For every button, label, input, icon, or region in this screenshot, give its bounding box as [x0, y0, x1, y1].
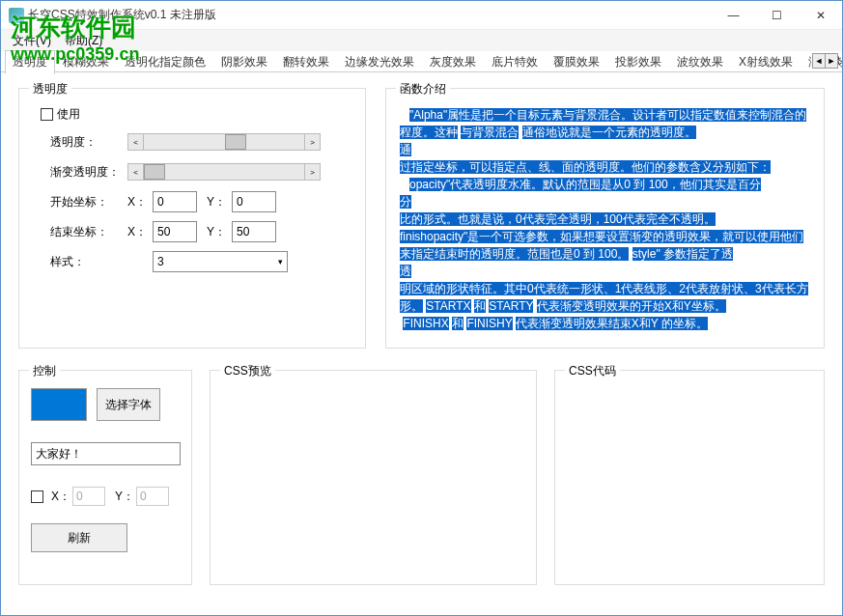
gradient-left-icon[interactable]: < — [127, 163, 144, 181]
minimize-button[interactable]: — — [712, 1, 755, 30]
tab-nav-right[interactable]: ► — [825, 53, 838, 69]
preview-area — [224, 388, 522, 571]
tab-invert[interactable]: 底片特效 — [484, 50, 546, 74]
color-swatch[interactable] — [31, 388, 87, 421]
chevron-down-icon: ▾ — [278, 257, 283, 266]
bottom-row: 控制 选择字体 大家好！ X： 0 Y： 0 刷新 CSS预览 CSS代码 — [18, 370, 825, 585]
style-combo[interactable]: 3 ▾ — [153, 251, 288, 272]
window-title: 长空CSS特效制作系统v0.1 未注册版 — [28, 7, 216, 23]
tab-dropshadow[interactable]: 投影效果 — [607, 50, 669, 74]
titlebar: 长空CSS特效制作系统v0.1 未注册版 — ☐ ✕ — [1, 1, 842, 30]
tab-blur[interactable]: 模糊效果 — [55, 50, 117, 74]
gradient-track[interactable] — [144, 163, 304, 181]
xy-row: X： 0 Y： 0 — [31, 487, 180, 506]
opacity-slider[interactable]: < > — [127, 133, 321, 151]
gradient-row: 渐变透明度： < > — [50, 161, 351, 182]
start-coord-row: 开始坐标： X： Y： — [50, 191, 351, 212]
start-y-input[interactable] — [232, 191, 276, 212]
opacity-track[interactable] — [144, 133, 304, 151]
text-input[interactable]: 大家好！ — [31, 442, 181, 465]
end-y-label: Y： — [207, 224, 226, 240]
x-label: X： — [51, 489, 70, 505]
end-y-input[interactable] — [232, 221, 276, 242]
tab-flip[interactable]: 翻转效果 — [275, 50, 337, 74]
close-button[interactable]: ✕ — [799, 1, 842, 30]
control-group: 控制 选择字体 大家好！ X： 0 Y： 0 刷新 — [18, 370, 192, 585]
code-title: CSS代码 — [565, 363, 620, 379]
app-icon — [9, 8, 24, 23]
menu-file[interactable]: 文件(V) — [7, 31, 57, 51]
control-title: 控制 — [29, 363, 60, 379]
top-row: 透明度 使用 透明度： < > 渐变透明度： < > — [18, 88, 825, 349]
end-coord-row: 结束坐标： X： Y： — [50, 221, 351, 242]
use-checkbox[interactable] — [41, 108, 53, 121]
title-wrap: 长空CSS特效制作系统v0.1 未注册版 — [9, 7, 216, 23]
tab-gray[interactable]: 灰度效果 — [422, 50, 484, 74]
menubar: 文件(V) 帮助(Z) — [1, 30, 842, 51]
tab-nav: ◄ ► — [813, 53, 838, 69]
opacity-group-title: 透明度 — [29, 81, 71, 98]
xy-checkbox[interactable] — [31, 490, 43, 503]
slider-right-icon[interactable]: > — [304, 133, 321, 151]
start-x-label: X： — [127, 194, 147, 210]
tab-glow[interactable]: 边缘发光效果 — [337, 50, 422, 74]
use-label: 使用 — [57, 106, 80, 123]
opacity-row: 透明度： < > — [50, 131, 351, 153]
content: 透明度 使用 透明度： < > 渐变透明度： < > — [1, 72, 842, 595]
window-controls: — ☐ ✕ — [712, 1, 842, 30]
opacity-label: 透明度： — [50, 134, 127, 151]
gradient-right-icon[interactable]: > — [304, 163, 321, 181]
refresh-button[interactable]: 刷新 — [31, 523, 127, 552]
opacity-group: 透明度 使用 透明度： < > 渐变透明度： < > — [18, 88, 366, 349]
opacity-thumb[interactable] — [225, 134, 246, 150]
start-x-input[interactable] — [153, 191, 197, 212]
gradient-slider[interactable]: < > — [127, 163, 321, 181]
tab-shadow[interactable]: 阴影效果 — [213, 50, 275, 74]
select-font-button[interactable]: 选择字体 — [97, 388, 160, 421]
y-label: Y： — [115, 489, 134, 505]
style-label: 样式： — [50, 254, 127, 270]
preview-group: CSS预览 — [210, 370, 537, 585]
start-coord-label: 开始坐标： — [50, 194, 127, 210]
end-coord-label: 结束坐标： — [50, 224, 127, 240]
use-checkbox-wrap[interactable]: 使用 — [41, 106, 351, 123]
code-area[interactable] — [569, 388, 810, 571]
x-input[interactable]: 0 — [72, 487, 105, 506]
code-group: CSS代码 — [554, 370, 825, 585]
tab-opacity[interactable]: 透明度 — [5, 50, 55, 74]
style-row: 样式： 3 ▾ — [50, 251, 351, 272]
preview-title: CSS预览 — [220, 363, 275, 379]
gradient-thumb[interactable] — [144, 164, 165, 180]
color-font-row: 选择字体 — [31, 388, 180, 421]
tab-wave[interactable]: 波纹效果 — [669, 50, 731, 74]
style-value: 3 — [157, 255, 164, 268]
tab-mask[interactable]: 覆膜效果 — [546, 50, 607, 74]
tab-nav-left[interactable]: ◄ — [812, 53, 826, 69]
maximize-button[interactable]: ☐ — [755, 1, 799, 30]
func-desc-group: 函数介绍 "Alpha"属性是把一个目标元素与背景混合。设计者可以指定数值来控制… — [385, 88, 825, 349]
tabstrip: 透明度 模糊效果 透明化指定颜色 阴影效果 翻转效果 边缘发光效果 灰度效果 底… — [1, 51, 842, 72]
func-desc-body[interactable]: "Alpha"属性是把一个目标元素与背景混合。设计者可以指定数值来控制混合的程度… — [400, 106, 810, 332]
gradient-label: 渐变透明度： — [50, 164, 127, 181]
menu-help[interactable]: 帮助(Z) — [59, 31, 108, 51]
start-y-label: Y： — [207, 194, 226, 210]
tab-chroma[interactable]: 透明化指定颜色 — [117, 50, 213, 74]
end-x-label: X： — [127, 224, 147, 240]
slider-left-icon[interactable]: < — [127, 133, 144, 151]
func-desc-title: 函数介绍 — [396, 81, 450, 98]
tab-xray[interactable]: X射线效果 — [731, 50, 801, 74]
y-input[interactable]: 0 — [136, 487, 169, 506]
end-x-input[interactable] — [153, 221, 197, 242]
